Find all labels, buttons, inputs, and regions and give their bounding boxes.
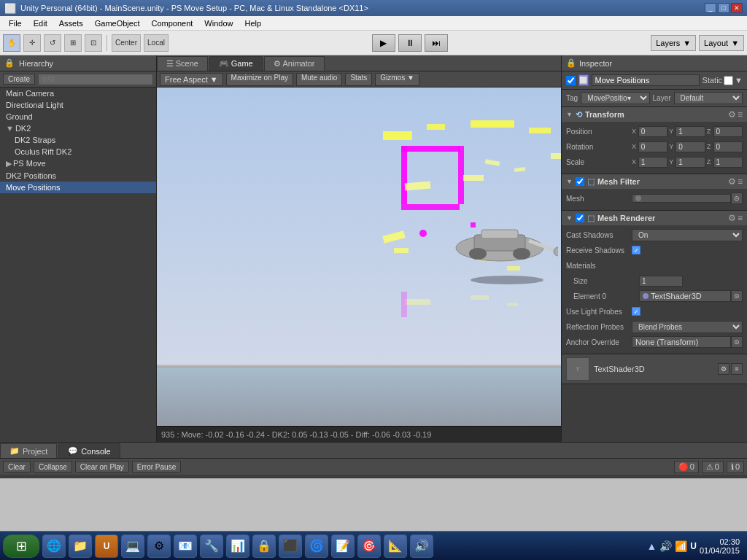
static-checkbox[interactable]	[724, 76, 733, 85]
hier-item-dk2straps[interactable]: DK2 Straps	[0, 134, 156, 146]
hier-item-directionallight[interactable]: Directional Light	[0, 99, 156, 111]
hier-item-maincamera[interactable]: Main Camera	[0, 88, 156, 99]
pause-button[interactable]: ⏸	[398, 34, 422, 52]
hier-item-dk2positions[interactable]: DK2 Positions	[0, 170, 156, 182]
tab-animator[interactable]: ⚙ Animator	[264, 56, 325, 71]
minimize-button[interactable]: _	[705, 3, 716, 13]
taskbar-browser-icon[interactable]: 🌐	[42, 534, 66, 558]
position-y-input[interactable]	[676, 126, 705, 137]
menu-help[interactable]: Help	[239, 18, 267, 29]
layers-dropdown[interactable]: Layers ▼	[651, 35, 696, 51]
mesh-renderer-header[interactable]: ▼ ⬚ Mesh Renderer ⚙ ≡	[562, 211, 747, 225]
element0-select-button[interactable]: ⊙	[731, 290, 743, 302]
taskbar-app7-icon[interactable]: ⬛	[279, 534, 302, 558]
transform-header[interactable]: ▼ ⟲ Transform ⚙ ≡	[562, 107, 747, 122]
menu-component[interactable]: Component	[145, 18, 198, 29]
tool-rotate[interactable]: ↺	[44, 34, 61, 52]
use-light-probes-checkbox[interactable]: ✓	[632, 307, 640, 316]
mesh-select-button[interactable]: ⊙	[731, 192, 743, 204]
center-button[interactable]: Center	[112, 34, 141, 52]
size-input[interactable]	[639, 276, 683, 287]
taskbar-folder-icon[interactable]: 📁	[69, 534, 92, 558]
taskbar-app12-icon[interactable]: 🔊	[410, 534, 433, 558]
gizmos-button[interactable]: Gizmos ▼	[375, 73, 419, 86]
scale-x-input[interactable]	[638, 157, 667, 168]
tool-hand[interactable]: ✋	[3, 34, 20, 52]
systray-volume-icon[interactable]: 📶	[675, 540, 687, 552]
close-button[interactable]: ✕	[731, 3, 743, 13]
taskbar-app1-icon[interactable]: 💻	[121, 534, 144, 558]
clear-on-play-button[interactable]: Clear on Play	[75, 461, 129, 472]
hierarchy-search-input[interactable]	[38, 74, 153, 85]
mesh-renderer-menu-icon[interactable]: ≡	[738, 213, 743, 223]
local-button[interactable]: Local	[144, 34, 169, 52]
hierarchy-create-button[interactable]: Create	[3, 74, 35, 85]
transform-menu-icon[interactable]: ≡	[738, 109, 743, 120]
taskbar-app8-icon[interactable]: 🌀	[305, 534, 328, 558]
tool-rect[interactable]: ⊡	[85, 34, 102, 52]
layout-dropdown[interactable]: Layout ▼	[699, 35, 744, 51]
systray-unity-badge-icon[interactable]: U	[690, 541, 697, 551]
reflection-probes-dropdown[interactable]: Blend Probes	[632, 321, 743, 333]
scale-z-input[interactable]	[713, 157, 743, 168]
mute-audio-button[interactable]: Mute audio	[296, 73, 342, 86]
tool-scale[interactable]: ⊞	[64, 34, 82, 52]
maximize-on-play-button[interactable]: Maximize on Play	[226, 73, 293, 86]
taskbar-app4-icon[interactable]: 🔧	[200, 534, 223, 558]
menu-window[interactable]: Window	[198, 18, 239, 29]
error-pause-button[interactable]: Error Pause	[132, 461, 181, 472]
taskbar-app6-icon[interactable]: 🔒	[252, 534, 276, 558]
menu-file[interactable]: File	[3, 18, 28, 29]
tag-dropdown[interactable]: MovePositio▾	[581, 92, 649, 104]
hier-item-dk2[interactable]: ▼DK2	[0, 122, 156, 134]
object-name-field[interactable]	[592, 74, 700, 86]
systray-up-arrow-icon[interactable]: ▲	[646, 540, 657, 552]
transform-settings-icon[interactable]: ⚙	[728, 109, 736, 120]
anchor-override-select-button[interactable]: ⊙	[731, 336, 743, 348]
scale-y-input[interactable]	[676, 157, 705, 168]
mesh-filter-header[interactable]: ▼ ⬚ Mesh Filter ⚙ ≡	[562, 174, 747, 189]
mesh-renderer-enable-checkbox[interactable]	[576, 214, 584, 222]
start-button[interactable]: ⊞	[3, 534, 39, 558]
play-button[interactable]: ▶	[372, 34, 395, 52]
aspect-dropdown[interactable]: Free Aspect ▼	[160, 73, 223, 86]
hier-item-movepositions[interactable]: Move Positions	[0, 182, 156, 193]
mesh-renderer-settings-icon[interactable]: ⚙	[728, 213, 736, 223]
receive-shadows-checkbox[interactable]: ✓	[632, 246, 640, 254]
taskbar-app10-icon[interactable]: 🎯	[357, 534, 381, 558]
taskbar-app9-icon[interactable]: 📝	[331, 534, 355, 558]
stats-button[interactable]: Stats	[345, 73, 372, 86]
rotation-y-input[interactable]	[676, 141, 705, 152]
clear-button[interactable]: Clear	[3, 461, 31, 472]
layer-dropdown[interactable]: Default	[674, 92, 743, 104]
menu-assets[interactable]: Assets	[53, 18, 89, 29]
tool-move[interactable]: ✛	[23, 34, 41, 52]
mesh-filter-menu-icon[interactable]: ≡	[738, 176, 743, 187]
tab-scene[interactable]: ☰ Scene	[157, 56, 208, 71]
taskbar-app11-icon[interactable]: 📐	[384, 534, 407, 558]
tab-project[interactable]: 📁 Project	[0, 443, 57, 458]
step-button[interactable]: ⏭	[425, 34, 448, 52]
maximize-button[interactable]: □	[718, 3, 729, 13]
texture-settings-icon[interactable]: ⚙	[718, 363, 729, 375]
hier-item-ground[interactable]: Ground	[0, 111, 156, 122]
mesh-filter-settings-icon[interactable]: ⚙	[728, 176, 736, 187]
rotation-x-input[interactable]	[638, 141, 667, 152]
texture-menu-icon[interactable]: ≡	[731, 363, 743, 375]
object-active-checkbox[interactable]	[566, 76, 576, 85]
menu-gameobject[interactable]: GameObject	[89, 18, 146, 29]
taskbar-app5-icon[interactable]: 📊	[226, 534, 249, 558]
tab-game[interactable]: 🎮 Game	[209, 56, 263, 71]
hier-item-psmove[interactable]: ▶PS Move	[0, 158, 156, 170]
hier-item-oculusrift[interactable]: Oculus Rift DK2	[0, 146, 156, 158]
systray-network-icon[interactable]: 🔊	[659, 540, 672, 552]
mesh-filter-enable-checkbox[interactable]	[576, 177, 584, 186]
tab-console[interactable]: 💬 Console	[58, 443, 120, 458]
rotation-z-input[interactable]	[713, 141, 743, 152]
position-z-input[interactable]	[713, 126, 743, 137]
position-x-input[interactable]	[638, 126, 667, 137]
menu-edit[interactable]: Edit	[28, 18, 53, 29]
collapse-button[interactable]: Collapse	[34, 461, 72, 472]
taskbar-unity-icon[interactable]: U	[95, 534, 118, 558]
taskbar-app3-icon[interactable]: 📧	[174, 534, 197, 558]
